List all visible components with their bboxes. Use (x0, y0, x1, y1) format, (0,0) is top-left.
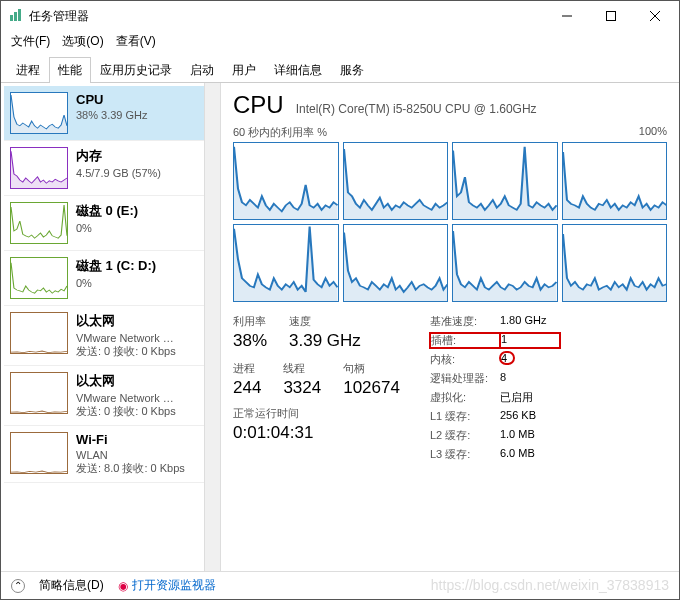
l1-cache: 256 KB (500, 409, 560, 424)
cpu-specs: 基准速度:1.80 GHz 插槽:1 内核:4 逻辑处理器:8 虚拟化:已启用 … (430, 314, 560, 462)
minimize-button[interactable] (545, 2, 589, 30)
speed-label: 速度 (289, 314, 361, 329)
tab-2[interactable]: 应用历史记录 (91, 57, 181, 83)
sidebar-item-0[interactable]: CPU38% 3.39 GHz (4, 86, 217, 141)
l2-cache: 1.0 MB (500, 428, 560, 443)
tab-5[interactable]: 详细信息 (265, 57, 331, 83)
threads-value: 3324 (283, 378, 321, 398)
menubar: 文件(F) 选项(O) 查看(V) (1, 31, 679, 56)
base-speed: 1.80 GHz (500, 314, 560, 329)
scrollbar[interactable] (204, 83, 220, 571)
task-manager-window: 任务管理器 文件(F) 选项(O) 查看(V) 进程性能应用历史记录启动用户详细… (0, 0, 680, 600)
titlebar: 任务管理器 (1, 1, 679, 31)
cpu-core-1 (343, 142, 449, 220)
handles-label: 句柄 (343, 361, 400, 376)
fewer-details-link[interactable]: 简略信息(D) (39, 577, 104, 594)
virtualization: 已启用 (500, 390, 560, 405)
cpu-model: Intel(R) Core(TM) i5-8250U CPU @ 1.60GHz (296, 102, 537, 116)
tab-0[interactable]: 进程 (7, 57, 49, 83)
l3-cache: 6.0 MB (500, 447, 560, 462)
tab-6[interactable]: 服务 (331, 57, 373, 83)
cores: 4 (500, 352, 560, 367)
cpu-heading: CPU (233, 91, 284, 119)
main-panel: CPU Intel(R) Core(TM) i5-8250U CPU @ 1.6… (221, 83, 679, 571)
cpu-core-2 (452, 142, 558, 220)
maximize-button[interactable] (589, 2, 633, 30)
svg-marker-16 (563, 234, 667, 301)
app-icon (9, 8, 23, 25)
svg-rect-0 (10, 15, 13, 21)
cpu-core-4 (233, 224, 339, 302)
sidebar-item-6[interactable]: Wi-FiWLAN发送: 8.0 接收: 0 Kbps (4, 426, 217, 483)
tab-1[interactable]: 性能 (49, 57, 91, 83)
sidebar-item-5[interactable]: 以太网VMware Network …发送: 0 接收: 0 Kbps (4, 366, 217, 426)
logical-processors: 8 (500, 371, 560, 386)
threads-label: 线程 (283, 361, 321, 376)
svg-marker-11 (453, 147, 557, 219)
uptime-value: 0:01:04:31 (233, 423, 400, 443)
menu-file[interactable]: 文件(F) (11, 33, 50, 50)
graph-label-right: 100% (639, 125, 667, 140)
footer: ⌃ 简略信息(D) ◉ 打开资源监视器 (1, 571, 679, 599)
svg-marker-8 (11, 151, 67, 188)
sidebar-item-3[interactable]: 磁盘 1 (C: D:)0% (4, 251, 217, 306)
svg-rect-4 (607, 12, 616, 21)
cpu-core-6 (452, 224, 558, 302)
cpu-core-grid (233, 142, 667, 302)
resource-monitor-icon: ◉ (118, 579, 128, 593)
util-label: 利用率 (233, 314, 267, 329)
svg-rect-1 (14, 12, 17, 21)
proc-label: 进程 (233, 361, 261, 376)
tab-strip: 进程性能应用历史记录启动用户详细信息服务 (1, 56, 679, 83)
proc-value: 244 (233, 378, 261, 398)
sockets: 1 (500, 333, 560, 348)
tab-3[interactable]: 启动 (181, 57, 223, 83)
window-title: 任务管理器 (29, 8, 89, 25)
svg-marker-13 (234, 227, 338, 301)
svg-rect-2 (18, 9, 21, 21)
cpu-core-5 (343, 224, 449, 302)
menu-options[interactable]: 选项(O) (62, 33, 103, 50)
handles-value: 102674 (343, 378, 400, 398)
sidebar[interactable]: CPU38% 3.39 GHz 内存4.5/7.9 GB (57%) 磁盘 0 … (1, 83, 221, 571)
cpu-core-3 (562, 142, 668, 220)
cpu-core-0 (233, 142, 339, 220)
uptime-label: 正常运行时间 (233, 406, 400, 421)
sidebar-item-2[interactable]: 磁盘 0 (E:)0% (4, 196, 217, 251)
speed-value: 3.39 GHz (289, 331, 361, 351)
cpu-core-7 (562, 224, 668, 302)
graph-label-left: 60 秒内的利用率 % (233, 125, 327, 140)
tab-4[interactable]: 用户 (223, 57, 265, 83)
sidebar-item-4[interactable]: 以太网VMware Network …发送: 0 接收: 0 Kbps (4, 306, 217, 366)
util-value: 38% (233, 331, 267, 351)
open-resource-monitor-link[interactable]: ◉ 打开资源监视器 (118, 577, 216, 594)
menu-view[interactable]: 查看(V) (116, 33, 156, 50)
close-button[interactable] (633, 2, 677, 30)
sidebar-item-1[interactable]: 内存4.5/7.9 GB (57%) (4, 141, 217, 196)
chevron-up-icon[interactable]: ⌃ (11, 579, 25, 593)
